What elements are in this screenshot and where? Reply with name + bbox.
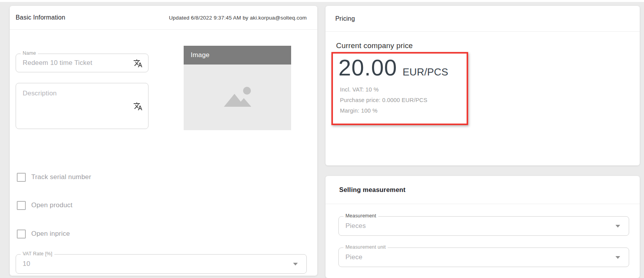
header-divider (326, 204, 640, 204)
checkbox-track-serial-number[interactable]: Track serial number (17, 172, 91, 182)
image-placeholder-area (184, 65, 291, 130)
measurement-unit-select[interactable]: Measurement unit Piece (338, 248, 629, 267)
top-app-strip (0, 0, 644, 2)
checkbox-open-inprice[interactable]: Open inprice (17, 229, 70, 239)
image-placeholder-icon (220, 85, 255, 110)
price-unit: EUR/PCS (402, 66, 448, 78)
translate-icon[interactable] (132, 101, 143, 112)
pricing-card: Pricing Current company price 20.00 EUR/… (326, 6, 640, 165)
checkbox-icon[interactable] (17, 201, 26, 210)
price-detail-margin: Margin: 100 % (340, 108, 377, 114)
name-field-value: Redeem 10 time Ticket (23, 54, 92, 72)
product-image-widget[interactable]: Image (184, 46, 291, 130)
price-amount: 20.00 (338, 54, 397, 81)
checkbox-label: Track serial number (31, 173, 91, 181)
header-divider (326, 31, 640, 32)
page: Basic Information Updated 6/8/2022 9:37:… (0, 0, 644, 278)
chevron-down-icon[interactable] (615, 256, 620, 259)
basic-information-title: Basic Information (16, 14, 65, 21)
checkbox-label: Open product (31, 201, 72, 209)
basic-information-card: Basic Information Updated 6/8/2022 9:37:… (10, 6, 317, 276)
checkbox-open-product[interactable]: Open product (17, 201, 72, 210)
image-widget-title: Image (191, 51, 209, 59)
price-highlight-annotation: 20.00 EUR/PCS Incl. VAT: 10 % Purchase p… (331, 52, 468, 125)
selling-measurement-card: Selling measurement Measurement Pieces M… (326, 176, 640, 278)
price-detail-vat: Incl. VAT: 10 % (340, 86, 379, 93)
checkbox-label: Open inprice (31, 230, 70, 238)
translate-icon[interactable] (132, 58, 143, 69)
pricing-header: Pricing (326, 6, 640, 31)
price-detail-purchase: Purchase price: 0.0000 EUR/PCS (340, 97, 428, 103)
pricing-title: Pricing (335, 15, 355, 22)
selling-measurement-title: Selling measurement (339, 186, 406, 194)
measurement-select[interactable]: Measurement Pieces (338, 216, 629, 236)
description-placeholder: Description (23, 90, 57, 97)
checkbox-icon[interactable] (17, 173, 26, 182)
current-company-price-heading: Current company price (336, 41, 413, 50)
image-widget-header: Image (184, 46, 291, 65)
chevron-down-icon[interactable] (293, 263, 298, 265)
measurement-unit-value: Piece (345, 248, 363, 267)
checkbox-icon[interactable] (17, 230, 26, 239)
price-row: 20.00 EUR/PCS (338, 54, 448, 81)
description-field[interactable]: Description (16, 83, 148, 129)
name-field[interactable]: Name Redeem 10 time Ticket (16, 54, 148, 72)
chevron-down-icon[interactable] (615, 225, 620, 228)
header-divider (10, 29, 317, 30)
vat-rate-select[interactable]: VAT Rate [%] 10 (16, 254, 307, 274)
selling-measurement-header: Selling measurement (326, 176, 640, 204)
updated-timestamp: Updated 6/8/2022 9:37:45 AM by aki.korpu… (169, 6, 307, 29)
measurement-value: Pieces (345, 217, 366, 235)
vat-rate-value: 10 (23, 255, 30, 273)
